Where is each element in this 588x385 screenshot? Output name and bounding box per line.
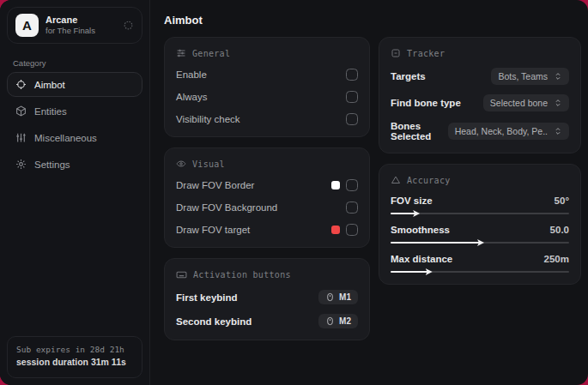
mouse-icon [325,292,335,302]
eye-icon [176,159,186,169]
card-title: Visual [192,159,225,169]
slider-thumb[interactable] [477,239,484,246]
sliders-horizontal-icon [176,48,186,58]
bones-selected-dropdown[interactable]: Head, Neck, Body, Pe.. [448,123,569,140]
triangle-icon [391,175,401,185]
setting-label: Draw FOV Border [176,180,254,190]
fov-background-checkbox[interactable] [346,202,358,214]
sidebar-item-label: Aimbot [34,80,65,90]
page-title: Aimbot [164,14,581,27]
fov-size-slider[interactable] [391,213,569,214]
dropdown-value: Selected bone [490,98,548,108]
smoothness-slider[interactable] [391,242,569,244]
sliders-vertical-icon [15,132,27,143]
setting-label: Bones Selected [391,121,448,141]
activation-buttons-card: Activation buttons First keybind M1 [164,258,370,340]
subscription-expiry: Sub expires in 28d 21h [16,344,133,356]
crosshair-icon [15,79,27,90]
app-window: A Arcane for The Finals Category Aimbot [0,0,588,385]
fov-border-color-swatch[interactable] [331,181,340,189]
chevrons-up-down-icon [554,72,562,81]
sidebar-item-label: Miscellaneous [34,133,97,143]
first-keybind-button[interactable]: M1 [318,290,358,304]
slider-thumb[interactable] [413,210,420,217]
main-content: Aimbot General Enable [150,0,588,385]
smoothness-value: 50.0 [550,225,569,235]
card-title: Accuracy [407,176,451,185]
mouse-icon [325,316,335,326]
fov-border-checkbox[interactable] [346,179,358,191]
setting-label: First keybind [176,292,238,303]
setting-label: Max distance [391,254,452,264]
dropdown-value: Head, Neck, Body, Pe.. [455,126,548,136]
setting-label: Smoothness [391,225,450,235]
setting-row-second-keybind: Second keybind M2 [176,314,358,328]
find-bone-type-dropdown[interactable]: Selected bone [483,94,569,111]
max-distance-slider[interactable] [391,271,569,273]
setting-row-fov-background: Draw FOV Background [176,201,358,214]
visual-card: Visual Draw FOV Border Draw FOV Backgrou… [164,147,370,248]
setting-label: Second keybind [176,316,252,327]
sidebar-nav: Aimbot Entities Miscellaneous [0,72,149,177]
visibility-check-checkbox[interactable] [346,113,358,125]
app-name: Arcane [45,15,116,27]
sidebar-item-miscellaneous[interactable]: Miscellaneous [7,125,142,150]
gear-icon[interactable] [123,20,134,31]
always-checkbox[interactable] [346,91,358,103]
smoothness-row: Smoothness 50.0 [391,225,569,235]
fov-target-checkbox[interactable] [346,224,358,236]
tracker-card: Tracker Targets Bots, Teams [379,37,581,153]
setting-label: Always [176,92,207,102]
chevrons-up-down-icon [554,127,562,135]
app-identity: Arcane for The Finals [45,15,116,37]
app-logo-card[interactable]: A Arcane for The Finals [7,7,142,44]
enable-checkbox[interactable] [346,69,358,81]
category-label: Category [13,58,136,68]
sidebar-item-settings[interactable]: Settings [7,152,142,177]
setting-row-visibility-check: Visibility check [176,112,358,125]
card-title: Activation buttons [193,270,291,280]
sidebar-item-entities[interactable]: Entities [7,99,142,123]
card-title: General [192,49,230,58]
app-logo-avatar: A [15,14,39,37]
max-distance-row: Max distance 250m [391,254,569,264]
setting-row-targets: Targets Bots, Teams [391,68,569,85]
setting-label: Draw FOV Background [176,202,277,213]
slider-thumb[interactable] [426,268,433,275]
sidebar-item-label: Settings [34,159,70,170]
setting-row-enable: Enable [176,68,358,81]
setting-row-always: Always [176,90,358,103]
focus-icon [391,48,401,58]
setting-row-find-bone-type: Find bone type Selected bone [391,94,569,111]
card-title: Tracker [407,49,445,58]
setting-label: Visibility check [176,114,240,124]
keyboard-icon [176,269,187,280]
dropdown-value: Bots, Teams [498,71,548,81]
app-subtitle: for The Finals [45,26,116,36]
second-keybind-button[interactable]: M2 [318,314,358,328]
sidebar-item-aimbot[interactable]: Aimbot [7,72,142,97]
setting-label: Enable [176,69,207,80]
sidebar: A Arcane for The Finals Category Aimbot [0,0,150,385]
setting-label: Draw FOV target [176,225,250,235]
setting-row-first-keybind: First keybind M1 [176,290,358,304]
setting-label: FOV size [391,196,433,206]
fov-size-row: FOV size 50° [391,196,569,206]
targets-dropdown[interactable]: Bots, Teams [491,68,569,85]
setting-row-fov-target: Draw FOV target [176,223,358,236]
setting-label: Find bone type [391,98,461,108]
session-duration: session duration 31m 11s [16,356,133,370]
setting-row-bones-selected: Bones Selected Head, Neck, Body, Pe.. [391,121,569,141]
setting-label: Targets [391,71,426,81]
sidebar-item-label: Entities [34,106,67,117]
chevrons-up-down-icon [554,99,562,107]
general-card: General Enable Always Visibility check [164,37,370,137]
max-distance-value: 250m [544,254,569,264]
subscription-info: Sub expires in 28d 21h session duration … [7,336,142,378]
gear-icon [15,159,27,170]
accuracy-card: Accuracy FOV size 50° Smoothness 50.0 [379,164,581,285]
fov-target-color-swatch[interactable] [331,226,340,234]
keybind-value: M1 [339,292,351,302]
keybind-value: M2 [339,316,351,326]
setting-row-fov-border: Draw FOV Border [176,178,358,191]
